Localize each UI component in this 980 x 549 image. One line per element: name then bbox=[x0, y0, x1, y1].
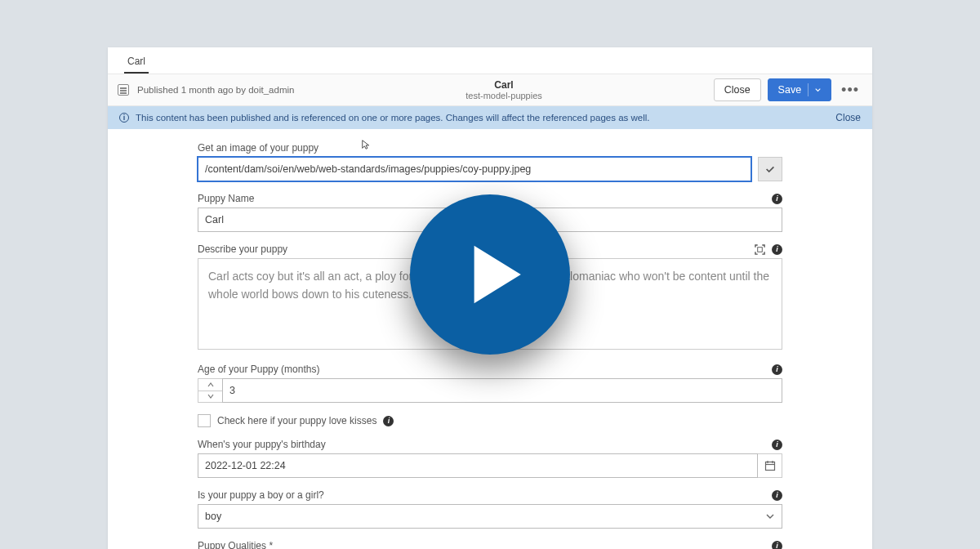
save-dropdown-icon[interactable] bbox=[808, 83, 821, 96]
label-name: Puppy Name bbox=[198, 193, 254, 204]
gender-select[interactable] bbox=[198, 504, 782, 529]
info-icon[interactable]: i bbox=[383, 416, 394, 426]
label-age: Age of your Puppy (months) bbox=[198, 364, 319, 375]
tab-row: Carl bbox=[108, 47, 872, 74]
published-status: Published 1 month ago by doit_admin bbox=[137, 85, 294, 95]
svg-rect-1 bbox=[765, 462, 774, 471]
kisses-checkbox[interactable] bbox=[198, 414, 211, 427]
play-video-button[interactable] bbox=[410, 194, 570, 355]
field-gender: Is your puppy a boy or a girl? i bbox=[198, 489, 782, 529]
stepper-up-button[interactable] bbox=[198, 379, 222, 391]
confirm-image-button[interactable] bbox=[758, 157, 782, 181]
calendar-button[interactable] bbox=[758, 453, 782, 478]
save-button[interactable]: Save bbox=[768, 78, 832, 101]
label-birthday: When's your puppy's birthday bbox=[198, 439, 326, 450]
label-image: Get an image of your puppy bbox=[198, 142, 318, 154]
age-stepper bbox=[198, 378, 222, 403]
fullscreen-icon[interactable] bbox=[755, 244, 765, 255]
toolbar: Published 1 month ago by doit_admin Carl… bbox=[108, 74, 872, 106]
label-qualities: Puppy Qualities * bbox=[198, 540, 273, 549]
alert-banner: i This content has been published and is… bbox=[108, 106, 872, 129]
alert-message: This content has been published and is r… bbox=[136, 113, 650, 123]
age-input[interactable] bbox=[222, 378, 782, 403]
play-icon bbox=[460, 239, 532, 310]
label-gender: Is your puppy a boy or a girl? bbox=[198, 489, 324, 501]
more-actions-button[interactable]: ••• bbox=[838, 82, 862, 99]
label-kisses: Check here if your puppy love kisses bbox=[217, 415, 376, 426]
stepper-down-button[interactable] bbox=[198, 391, 222, 403]
image-path-input[interactable] bbox=[198, 157, 751, 181]
field-birthday: When's your puppy's birthday i bbox=[198, 439, 782, 478]
page-icon bbox=[118, 84, 129, 96]
info-icon[interactable]: i bbox=[772, 364, 782, 375]
label-describe: Describe your puppy bbox=[198, 243, 287, 255]
tab-carl[interactable]: Carl bbox=[124, 51, 149, 74]
info-icon[interactable]: i bbox=[772, 244, 782, 255]
alert-close-button[interactable]: Close bbox=[835, 112, 861, 123]
svg-rect-0 bbox=[758, 247, 763, 252]
info-icon[interactable]: i bbox=[772, 194, 782, 204]
save-button-label: Save bbox=[778, 84, 802, 96]
info-icon[interactable]: i bbox=[772, 541, 782, 550]
info-icon[interactable]: i bbox=[772, 440, 782, 450]
page-title: Carl bbox=[302, 79, 705, 91]
page-subtitle: test-model-puppies bbox=[302, 91, 705, 100]
field-image: Get an image of your puppy bbox=[198, 142, 782, 181]
field-age: Age of your Puppy (months) i bbox=[198, 364, 782, 403]
field-kisses: Check here if your puppy love kisses i bbox=[198, 414, 782, 427]
info-icon: i bbox=[119, 113, 129, 123]
field-qualities: Puppy Qualities * i bbox=[198, 540, 782, 549]
birthday-input[interactable] bbox=[198, 453, 758, 478]
close-button[interactable]: Close bbox=[714, 78, 761, 101]
info-icon[interactable]: i bbox=[772, 490, 782, 501]
cursor-icon bbox=[361, 139, 372, 150]
calendar-icon bbox=[764, 460, 776, 471]
